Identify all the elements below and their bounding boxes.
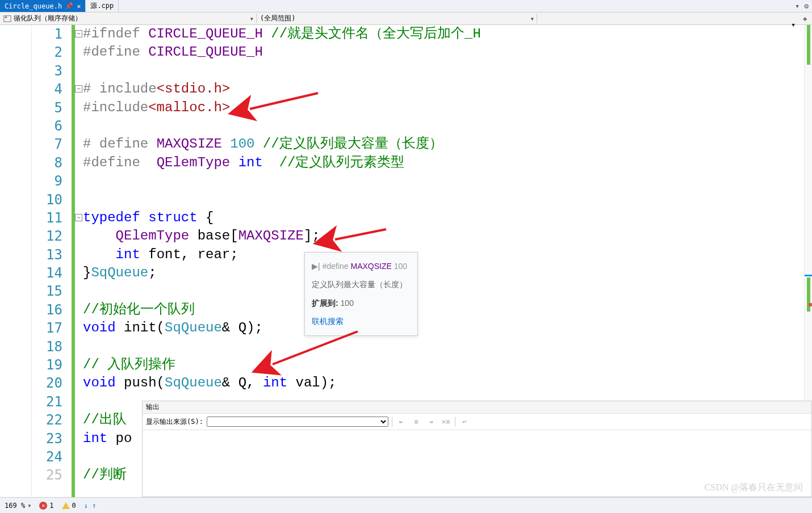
fold-toggle[interactable]: − xyxy=(75,214,82,221)
output-title: 输出 xyxy=(143,401,811,414)
play-icon: ▶| xyxy=(312,262,320,271)
chevron-down-icon: ▾ xyxy=(530,15,534,23)
change-indicator xyxy=(72,25,75,497)
breakpoint-gutter[interactable] xyxy=(0,25,32,497)
split-view-button[interactable]: ✚ xyxy=(798,14,812,23)
scope-project-label: 循化队列（顺序存储） xyxy=(14,14,82,23)
output-toolbar: 显示输出来源(S): ⇤ ≡ ⇥ ✕≡ ↩ xyxy=(143,414,811,430)
output-source-dropdown[interactable] xyxy=(207,417,388,427)
scope-function-dropdown[interactable]: (全局范围) ▾ xyxy=(257,14,537,23)
tab-inactive[interactable]: 源.cpp xyxy=(86,0,119,12)
dropdown-icon[interactable]: ▾ xyxy=(795,2,800,10)
goto-prev-icon[interactable]: ⇤ xyxy=(396,416,407,427)
watermark: CSDN @落春只在无意间 xyxy=(705,482,803,494)
scope-function-label: (全局范围) xyxy=(260,14,295,23)
fold-gutter: − − − xyxy=(72,25,83,497)
warnings-count[interactable]: 0 xyxy=(62,502,76,510)
tab-bar-actions: ▾ ⚙ xyxy=(795,0,812,12)
goto-next-icon[interactable]: ⇥ xyxy=(425,416,437,427)
gear-icon[interactable]: ⚙ xyxy=(804,2,809,10)
chevron-down-icon: ▾ xyxy=(250,15,254,23)
fold-toggle[interactable]: − xyxy=(75,85,82,92)
warning-icon xyxy=(62,502,70,509)
tab-label: Circle_queue.h xyxy=(5,2,62,10)
output-source-label: 显示输出来源(S): xyxy=(146,417,203,427)
tooltip-desc: 定义队列最大容量（长度） xyxy=(312,275,411,293)
error-icon: ✕ xyxy=(39,502,47,510)
nav-arrows[interactable]: ↓ ↑ xyxy=(84,502,97,510)
tab-active[interactable]: Circle_queue.h 📌 ✕ xyxy=(0,0,86,12)
close-icon[interactable]: ✕ xyxy=(77,2,81,10)
online-search-link[interactable]: 联机搜索 xyxy=(312,312,411,330)
status-bar: 169 %▾ ✕ 1 0 ↓ ↑ xyxy=(0,497,812,513)
hover-tooltip: ▶|#define MAXQSIZE 100 定义队列最大容量（长度） 扩展到:… xyxy=(304,252,418,336)
project-icon xyxy=(3,15,11,23)
tab-bar: Circle_queue.h 📌 ✕ 源.cpp ▾ ⚙ xyxy=(0,0,812,12)
svg-rect-0 xyxy=(4,15,11,22)
svg-rect-1 xyxy=(5,16,7,18)
tab-label: 源.cpp xyxy=(90,1,114,11)
scope-project-dropdown[interactable]: 循化队列（顺序存储） ▾ xyxy=(0,14,257,23)
errors-count[interactable]: ✕ 1 xyxy=(39,502,53,510)
nav-bar: 循化队列（顺序存储） ▾ (全局范围) ▾ ▾ ✚ xyxy=(0,12,812,25)
goto-line-icon[interactable]: ≡ xyxy=(411,416,422,427)
clear-icon[interactable]: ✕≡ xyxy=(440,416,451,427)
zoom-level[interactable]: 169 %▾ xyxy=(5,502,31,510)
pin-icon[interactable]: 📌 xyxy=(65,2,73,10)
wrap-icon[interactable]: ↩ xyxy=(459,416,470,427)
fold-toggle[interactable]: − xyxy=(75,30,82,37)
line-numbers: 1234567891011121314151617181920212223242… xyxy=(32,25,72,497)
